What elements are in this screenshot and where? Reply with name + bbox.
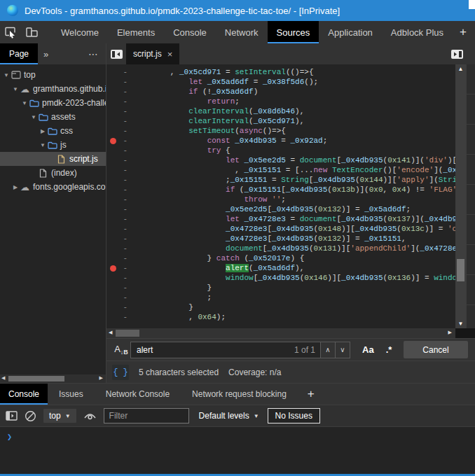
console-sidebar-toggle-button[interactable] xyxy=(6,411,18,421)
code-line[interactable]: - const _0x4db935 = _0x92ad; xyxy=(106,136,455,146)
line-gutter[interactable]: - xyxy=(106,146,133,155)
breakpoint-icon[interactable] xyxy=(110,265,116,272)
expander-icon[interactable]: ▼ xyxy=(12,86,19,92)
line-gutter[interactable]: - xyxy=(106,88,133,96)
drawer-tab-issues[interactable]: Issues xyxy=(50,384,92,405)
tab-sources[interactable]: Sources xyxy=(268,21,319,43)
line-gutter[interactable]: - xyxy=(106,234,133,243)
line-gutter[interactable]: - xyxy=(106,176,133,184)
code-line[interactable]: - _0x4728e3[_0x4db935(0x148)][_0x4db935(… xyxy=(106,224,455,234)
line-gutter[interactable]: - xyxy=(106,156,133,164)
scrollbar-thumb[interactable] xyxy=(116,330,139,337)
device-emulation-button[interactable] xyxy=(21,21,42,43)
expander-icon[interactable]: ▼ xyxy=(39,142,46,148)
code-line[interactable]: - let _0x5ad6df = _0x38f5d6(); xyxy=(106,77,455,87)
code-line[interactable]: - clearInterval(_0x5cd971), xyxy=(106,116,455,126)
regex-toggle[interactable]: .* xyxy=(386,344,392,355)
find-previous-button[interactable]: ∧ xyxy=(320,342,336,358)
execution-context-select[interactable]: top ▼ xyxy=(43,409,76,423)
code-line[interactable]: - } xyxy=(106,302,455,312)
scrollbar-thumb[interactable] xyxy=(8,376,64,382)
line-gutter[interactable]: - xyxy=(106,293,133,302)
line-gutter[interactable]: - xyxy=(106,244,133,253)
code-line[interactable]: - clearInterval(_0x8d6b46), xyxy=(106,106,455,116)
show-debugger-sidebar-button[interactable] xyxy=(450,49,464,59)
code-line[interactable]: - , _0x5cd971 = setInterval(()=>{ xyxy=(106,67,455,77)
tab-console[interactable]: Console xyxy=(164,21,216,43)
code-line[interactable]: - if (_0x15151[_0x4db935(0x13b)](0x0, 0x… xyxy=(106,185,455,195)
line-gutter[interactable]: - xyxy=(106,284,133,292)
tree-item--index-[interactable]: (index) xyxy=(0,166,106,180)
issues-counter-button[interactable]: No Issues xyxy=(268,408,320,424)
line-gutter[interactable]: - xyxy=(106,117,133,125)
line-gutter[interactable]: - xyxy=(106,303,133,312)
code-line[interactable]: - } xyxy=(106,283,455,293)
code-line[interactable]: - alert(_0x5ad6df), xyxy=(106,263,455,273)
code-line[interactable]: - throw ''; xyxy=(106,195,455,204)
tree-item-top[interactable]: ▼top xyxy=(0,68,106,82)
clear-console-button[interactable] xyxy=(25,410,36,422)
navigator-overflow-menu-icon[interactable]: ⋯ xyxy=(81,43,106,64)
code-line[interactable]: - window[_0x4db935(0x146)][_0x4db935(0x1… xyxy=(106,273,455,283)
tab-welcome[interactable]: Welcome xyxy=(52,21,108,43)
line-gutter[interactable]: - xyxy=(106,97,133,106)
drawer-tab-console[interactable]: Console xyxy=(0,384,48,405)
scroll-down-icon[interactable]: ▼ xyxy=(455,321,466,327)
more-navigator-tabs-icon[interactable]: » xyxy=(38,43,54,64)
line-gutter[interactable]: - xyxy=(106,254,133,262)
expander-icon[interactable]: ▼ xyxy=(30,114,37,120)
match-case-toggle[interactable]: Aa xyxy=(362,344,374,355)
line-gutter[interactable]: - xyxy=(106,107,133,115)
line-gutter[interactable]: - xyxy=(106,78,133,86)
editor-vertical-scrollbar[interactable]: ▲ ▼ xyxy=(455,64,466,328)
tab-script-js[interactable]: script.js × xyxy=(126,43,179,64)
line-gutter[interactable]: - xyxy=(106,186,133,194)
line-gutter-breakpoint[interactable]: - xyxy=(106,264,133,272)
scroll-up-icon[interactable]: ▲ xyxy=(455,66,466,72)
add-drawer-tab-button[interactable]: + xyxy=(301,384,322,405)
code-line[interactable]: - let _0x5ee2d5 = document[_0x4db935(0x1… xyxy=(106,155,455,165)
line-gutter[interactable]: - xyxy=(106,166,133,174)
more-tools-button[interactable]: + xyxy=(453,21,474,43)
tree-item-pmdk-2023-challenge-tic-tac-toe[interactable]: ▼pmdk-2023-challenge-tic-tac-toe xyxy=(0,96,106,110)
navigator-horizontal-scrollbar[interactable]: ◀ ▶ xyxy=(0,374,106,383)
drawer-tab-network-request-blocking[interactable]: Network request blocking xyxy=(184,384,295,405)
drawer-tab-network-console[interactable]: Network Console xyxy=(97,384,178,405)
code-line[interactable]: - } catch (_0x52017e) { xyxy=(106,253,455,263)
editor-horizontal-scrollbar[interactable]: ◀ ▶ xyxy=(106,328,475,338)
code-line[interactable]: - _0x5ee2d5[_0x4db935(0x132)] = _0x5ad6d… xyxy=(106,204,455,214)
line-gutter[interactable]: - xyxy=(106,205,133,214)
find-input[interactable]: alert 1 of 1 xyxy=(130,342,321,358)
line-gutter[interactable]: - xyxy=(106,313,133,321)
pretty-print-button[interactable]: { } xyxy=(112,365,129,380)
tree-item-script-js[interactable]: script.js xyxy=(0,152,106,166)
breakpoint-icon[interactable] xyxy=(110,138,116,144)
line-gutter[interactable]: - xyxy=(106,225,133,233)
tab-adblock-plus[interactable]: Adblock Plus xyxy=(382,21,453,43)
line-gutter[interactable]: - xyxy=(106,215,133,223)
tab-application[interactable]: Application xyxy=(319,21,382,43)
expander-icon[interactable]: ▶ xyxy=(12,184,19,190)
code-line[interactable]: - document[_0x4db935(0x131)]['appendChil… xyxy=(106,244,455,253)
tree-item-fonts-googleapis-com[interactable]: ▶☁fonts.googleapis.com xyxy=(0,180,106,194)
scrollbar-thumb[interactable] xyxy=(457,259,464,281)
tab-page[interactable]: Page xyxy=(0,43,38,64)
scroll-left-icon[interactable]: ◀ xyxy=(1,375,5,381)
tab-network[interactable]: Network xyxy=(216,21,268,43)
expander-icon[interactable]: ▶ xyxy=(39,128,46,134)
console-output[interactable]: ❯ xyxy=(0,427,475,474)
close-icon[interactable]: × xyxy=(167,49,173,59)
code-line[interactable]: - try { xyxy=(106,146,455,155)
tab-elements[interactable]: Elements xyxy=(108,21,164,43)
log-levels-select[interactable]: Default levels ▼ xyxy=(199,411,259,421)
line-gutter[interactable]: - xyxy=(106,274,133,282)
code-line[interactable]: - ; xyxy=(106,293,455,302)
code-line[interactable]: - setTimeout(async()=>{ xyxy=(106,126,455,136)
code-line[interactable]: - return; xyxy=(106,97,455,106)
code-line[interactable]: - , 0x64); xyxy=(106,312,455,322)
expander-icon[interactable]: ▼ xyxy=(21,100,28,106)
tree-item-css[interactable]: ▶css xyxy=(0,124,106,138)
tree-item-js[interactable]: ▼js xyxy=(0,138,106,152)
code-editor[interactable]: - , _0x5cd971 = setInterval(()=>{- let _… xyxy=(106,64,475,328)
inspect-element-button[interactable] xyxy=(0,21,21,43)
